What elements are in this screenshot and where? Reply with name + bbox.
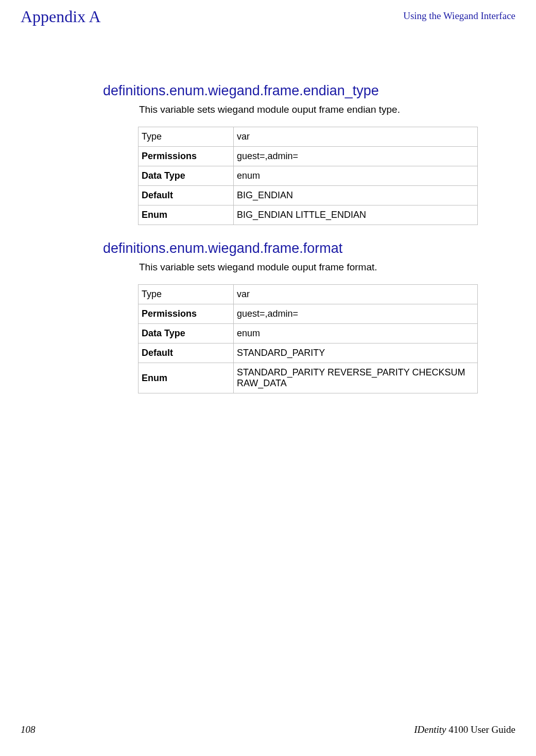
guide-name: IDentity 4100 User Guide xyxy=(414,724,515,735)
page-header: Appendix A Using the Wiegand Interface xyxy=(0,0,536,26)
guide-suffix: 4100 User Guide xyxy=(446,724,515,735)
table-row: Enum STANDARD_PARITY REVERSE_PARITY CHEC… xyxy=(139,363,478,393)
table-row: Data Type enum xyxy=(139,166,478,186)
section-endian-type: definitions.enum.wiegand.frame.endian_ty… xyxy=(51,83,485,225)
table-label: Type xyxy=(139,285,234,304)
definition-table: Type var Permissions guest=,admin= Data … xyxy=(138,127,478,225)
section-description: This variable sets wiegand module ouput … xyxy=(139,104,485,115)
main-content: definitions.enum.wiegand.frame.endian_ty… xyxy=(0,83,536,393)
header-section-title: Using the Wiegand Interface xyxy=(403,10,515,22)
table-value: guest=,admin= xyxy=(234,147,478,166)
page-number: 108 xyxy=(21,724,36,735)
section-heading: definitions.enum.wiegand.frame.format xyxy=(103,240,485,256)
table-row: Type var xyxy=(139,127,478,147)
table-value: BIG_ENDIAN LITTLE_ENDIAN xyxy=(234,205,478,225)
appendix-title: Appendix A xyxy=(21,7,101,26)
table-row: Permissions guest=,admin= xyxy=(139,147,478,166)
guide-identity: IDentity xyxy=(414,724,446,735)
page-footer: 108 IDentity 4100 User Guide xyxy=(0,724,536,735)
table-value: var xyxy=(234,127,478,147)
table-label: Enum xyxy=(139,363,234,393)
table-row: Type var xyxy=(139,285,478,304)
table-row: Default STANDARD_PARITY xyxy=(139,343,478,363)
table-row: Enum BIG_ENDIAN LITTLE_ENDIAN xyxy=(139,205,478,225)
table-label: Default xyxy=(139,186,234,205)
table-value: STANDARD_PARITY xyxy=(234,343,478,363)
table-value: var xyxy=(234,285,478,304)
table-row: Default BIG_ENDIAN xyxy=(139,186,478,205)
table-label: Default xyxy=(139,343,234,363)
table-value: enum xyxy=(234,166,478,186)
table-label: Enum xyxy=(139,205,234,225)
section-description: This variable sets wiegand module ouput … xyxy=(139,262,485,273)
table-value: BIG_ENDIAN xyxy=(234,186,478,205)
table-value: enum xyxy=(234,324,478,343)
table-label: Permissions xyxy=(139,147,234,166)
section-heading: definitions.enum.wiegand.frame.endian_ty… xyxy=(103,83,485,99)
definition-table: Type var Permissions guest=,admin= Data … xyxy=(138,284,478,393)
section-format: definitions.enum.wiegand.frame.format Th… xyxy=(51,240,485,393)
table-label: Type xyxy=(139,127,234,147)
table-label: Permissions xyxy=(139,304,234,324)
table-row: Permissions guest=,admin= xyxy=(139,304,478,324)
table-value: guest=,admin= xyxy=(234,304,478,324)
table-label: Data Type xyxy=(139,166,234,186)
table-row: Data Type enum xyxy=(139,324,478,343)
table-label: Data Type xyxy=(139,324,234,343)
table-value: STANDARD_PARITY REVERSE_PARITY CHECKSUM … xyxy=(234,363,478,393)
